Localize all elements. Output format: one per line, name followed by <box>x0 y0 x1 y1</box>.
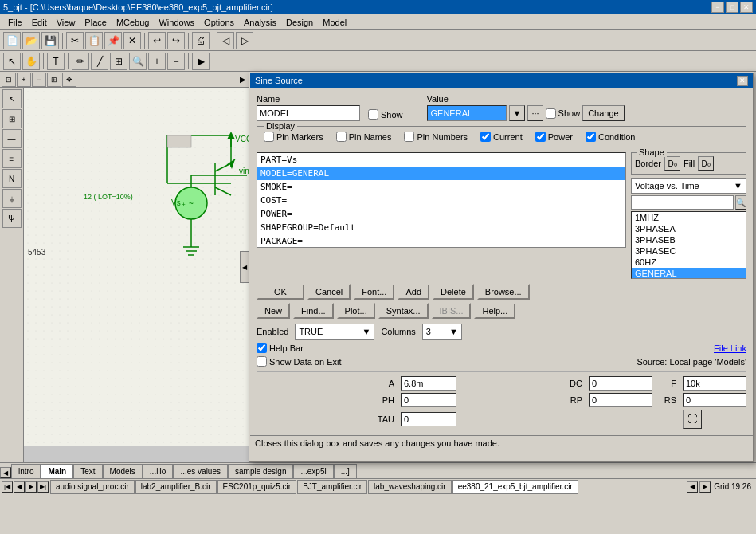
pin-names-checkbox[interactable] <box>336 132 347 142</box>
zoom-out-s-btn[interactable]: − <box>32 73 46 87</box>
a-input[interactable] <box>401 376 456 391</box>
menu-analysis[interactable]: Analysis <box>239 16 281 29</box>
wire-tool[interactable]: — <box>2 129 22 148</box>
pin-names-check[interactable]: Pin Names <box>336 132 392 142</box>
waveform-dropdown[interactable]: Voltage vs. Time ▼ <box>631 178 746 194</box>
menu-file[interactable]: File <box>3 16 27 29</box>
close-button[interactable]: ✕ <box>740 2 753 13</box>
menu-mcdebug[interactable]: MCebug <box>112 16 155 29</box>
dc-input[interactable] <box>589 376 652 391</box>
properties-list[interactable]: PART=Vs MODEL=GENERAL SMOKE= COST= POWER… <box>257 152 626 248</box>
arrow-right-btn[interactable]: ▷ <box>236 32 253 49</box>
waveform-3phasec[interactable]: 3PHASEC <box>632 245 746 257</box>
footer-scroll-left[interactable]: ◀ <box>687 481 698 493</box>
waveform-general[interactable]: GENERAL <box>632 268 746 279</box>
file-tab-bjt[interactable]: BJT_amplifier.cir <box>297 480 367 494</box>
dialog-close-btn[interactable]: ✕ <box>737 76 748 86</box>
name-input[interactable] <box>257 105 360 121</box>
file-tab-esc201p[interactable]: ESC201p_quiz5.cir <box>217 480 297 494</box>
waveform-search-input[interactable] <box>631 195 734 210</box>
menu-edit[interactable]: Edit <box>27 16 52 29</box>
change-button[interactable]: Change <box>582 105 625 121</box>
comp-btn[interactable]: ⊞ <box>110 53 127 70</box>
new-button[interactable]: New <box>257 303 290 319</box>
name-show-checkbox[interactable] <box>368 109 378 120</box>
select-btn[interactable]: ↖ <box>3 53 21 70</box>
tab-intro[interactable]: intro <box>11 464 41 478</box>
ok-button[interactable]: OK <box>257 284 304 300</box>
show-data-check[interactable]: Show Data on Exit <box>257 356 342 367</box>
value-show-check[interactable]: Show <box>546 108 581 119</box>
ground-tool[interactable]: ⏚ <box>2 189 22 208</box>
menu-model[interactable]: Model <box>318 16 351 29</box>
text-btn[interactable]: T <box>47 53 65 70</box>
zoom-out-btn[interactable]: − <box>167 53 185 70</box>
tab-exp5l[interactable]: ...exp5l <box>293 464 333 478</box>
zoom-sel-btn[interactable]: ⊞ <box>47 73 61 87</box>
power-checkbox[interactable] <box>535 132 546 142</box>
waveform-3phaseb[interactable]: 3PHASEB <box>632 234 746 245</box>
zoom-btn[interactable]: 🔍 <box>129 53 147 70</box>
footer-nav-prev[interactable]: ◀ <box>14 481 25 493</box>
copy-btn[interactable]: 📋 <box>85 32 103 49</box>
waveform-list[interactable]: 1MHZ 3PHASEA 3PHASEB 3PHASEC 60HZ GENERA… <box>631 211 746 279</box>
tab-close[interactable]: ...] <box>334 464 357 478</box>
font-button[interactable]: Font... <box>354 284 394 300</box>
tab-main[interactable]: Main <box>41 464 73 478</box>
waveform-60hz[interactable]: 60HZ <box>632 257 746 268</box>
current-checkbox[interactable] <box>480 132 491 142</box>
bus-tool[interactable]: ≡ <box>2 149 22 168</box>
fullscreen-btn[interactable]: ⛶ <box>683 410 702 429</box>
prop-cost[interactable]: COST= <box>257 194 625 207</box>
name-show-check[interactable]: Show <box>368 109 403 120</box>
open-btn[interactable]: 📂 <box>22 32 40 49</box>
help-bar-check[interactable]: Help Bar <box>257 343 304 353</box>
waveform-3phasea[interactable]: 3PHASEA <box>632 223 746 234</box>
new-btn[interactable]: 📄 <box>3 32 21 49</box>
prop-smoke[interactable]: SMOKE= <box>257 180 625 194</box>
pan-btn[interactable]: ✥ <box>62 73 76 87</box>
part-tool[interactable]: ⊞ <box>2 109 22 128</box>
draw-btn[interactable]: ✏ <box>72 53 89 70</box>
file-tab-lab2[interactable]: lab2_amplifier_B.cir <box>135 480 217 494</box>
hand-btn[interactable]: ✋ <box>22 53 40 70</box>
cut-btn[interactable]: ✂ <box>66 32 84 49</box>
waveform-1mhz[interactable]: 1MHZ <box>632 212 746 223</box>
find-button[interactable]: Find... <box>293 303 334 319</box>
tab-es-values[interactable]: ...es values <box>173 464 228 478</box>
f-input[interactable] <box>683 376 746 391</box>
line-btn[interactable]: ╱ <box>91 53 108 70</box>
paste-btn[interactable]: 📌 <box>104 32 122 49</box>
tau-input[interactable] <box>401 412 456 426</box>
condition-checkbox[interactable] <box>586 132 596 142</box>
schematic-canvas[interactable]: ~ + Vs VCC 5453 <box>24 88 249 446</box>
prop-power[interactable]: POWER= <box>257 207 625 221</box>
border-color-btn[interactable]: D₀ <box>664 156 680 171</box>
add-button[interactable]: Add <box>398 284 429 300</box>
enabled-dropdown[interactable]: TRUE ▼ <box>295 324 374 340</box>
zoom-in-btn[interactable]: + <box>148 53 166 70</box>
file-tab-audio[interactable]: audio signal_proc.cir <box>50 480 135 494</box>
condition-check[interactable]: Condition <box>586 132 635 142</box>
cancel-button[interactable]: Cancel <box>307 284 351 300</box>
print-btn[interactable]: 🖨 <box>192 32 210 49</box>
zoom-in-s-btn[interactable]: + <box>17 73 31 87</box>
value-dots-btn[interactable]: ··· <box>527 105 543 121</box>
current-check[interactable]: Current <box>480 132 523 142</box>
menu-view[interactable]: View <box>52 16 80 29</box>
maximize-button[interactable]: □ <box>726 2 738 13</box>
tab-models[interactable]: Models <box>103 464 143 478</box>
tab-illo[interactable]: ...illo <box>143 464 174 478</box>
power-tool[interactable]: Ψ <box>2 209 22 228</box>
ph-input[interactable] <box>401 393 456 407</box>
help-bar-checkbox[interactable] <box>257 343 267 353</box>
file-tab-waveshaping[interactable]: lab_waveshaping.cir <box>368 480 452 494</box>
footer-nav-last[interactable]: ▶| <box>37 481 49 493</box>
file-tab-ee380[interactable]: ee380_21_exp5_bjt_amplifier.cir <box>452 480 578 494</box>
select-tool[interactable]: ↖ <box>2 89 22 108</box>
browse-button[interactable]: Browse... <box>477 284 530 300</box>
tab-nav-left[interactable]: ◀ <box>0 467 11 478</box>
fill-color-btn[interactable]: D₀ <box>698 156 714 171</box>
tab-sample[interactable]: sample design <box>228 464 293 478</box>
plot-button[interactable]: Plot... <box>337 303 375 319</box>
